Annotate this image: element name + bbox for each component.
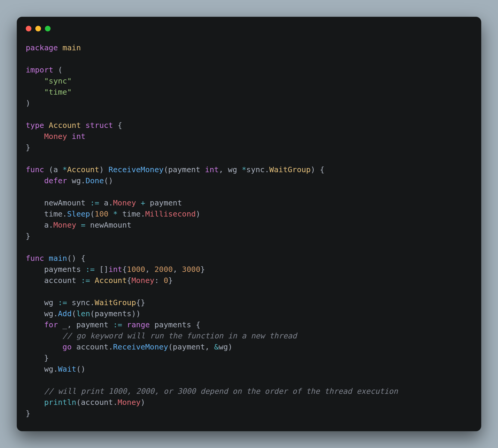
code-token: Millisecond [145,209,196,218]
code-token [26,76,44,85]
code-token [53,298,58,307]
code-token: ) [26,99,30,108]
close-icon[interactable] [26,26,31,31]
minimize-icon[interactable] [35,26,41,31]
code-token: payment [168,165,200,174]
code-token: & [214,342,219,351]
code-line: go account.ReceiveMoney(payment, &wg) [26,342,233,351]
code-line: account := Account{Money: 0} [26,276,173,285]
code-token: wg [219,342,228,351]
code-token: Account [49,121,81,130]
code-line: } [26,231,30,240]
code-token: () [76,364,86,373]
code-token [44,254,48,263]
code-token: , [219,165,228,174]
code-token: payment [173,342,205,351]
code-token: for [44,320,58,329]
code-token: Money [118,398,141,407]
code-token: go [63,342,72,351]
code-token: * [63,165,67,174]
code-token: := [90,198,99,207]
code-token: ( [90,209,95,218]
code-block: package main import ( "sync" "time" ) ty… [26,42,472,419]
code-token: Money [113,198,136,207]
code-token: } [26,409,30,418]
code-token [67,298,72,307]
code-token [26,309,44,318]
code-token: () { [67,254,85,263]
code-token: = [81,220,85,229]
code-token: // will print 1000, 2000, or 3000 depend… [44,387,398,396]
code-token: } [201,265,205,274]
code-line: } [26,409,30,418]
code-token: account [76,342,108,351]
zoom-icon[interactable] [45,26,51,31]
code-token [90,276,95,285]
code-token: 3000 [182,265,200,274]
code-token [200,165,205,174]
code-token [145,198,150,207]
code-token: {} [136,298,145,307]
code-token: . [108,342,113,351]
code-token: package [26,43,58,52]
code-token: := [58,298,67,307]
code-token [122,320,127,329]
code-token: ( [164,165,168,174]
code-token: Account [67,165,99,174]
code-token [26,265,44,274]
code-token: defer [44,176,67,185]
code-token: := [113,320,122,329]
code-token: [] [95,265,108,274]
code-line: for _, payment := range payments { [26,320,201,329]
code-token: account [44,276,76,285]
code-token: . [108,198,113,207]
code-token: 2000 [154,265,173,274]
code-line: time.Sleep(100 * time.Millisecond) [26,209,201,218]
code-line: println(account.Money) [26,398,145,407]
code-token [26,342,63,351]
code-token: () [104,176,113,185]
code-token [81,121,85,130]
code-token: account [81,398,113,407]
code-token: } [26,231,30,240]
code-token: Wait [58,364,76,373]
code-token [150,320,154,329]
code-token: { [113,121,122,130]
code-token: . [63,209,67,218]
code-token: . [53,309,58,318]
code-token: _ [63,320,67,329]
code-token [86,198,90,207]
code-token [26,198,44,207]
code-token [26,209,44,218]
code-token: main [63,43,81,52]
code-token [108,320,113,329]
code-token [58,43,62,52]
code-token [26,320,44,329]
code-token: Money [44,132,67,141]
code-token [26,331,63,340]
code-line: "sync" [26,76,72,85]
code-token: . [53,364,58,373]
code-token: , [145,265,154,274]
code-line: defer wg.Done() [26,176,113,185]
code-token: Sleep [67,209,90,218]
code-line: "time" [26,87,72,96]
code-token: int [108,265,122,274]
code-token: WaitGroup [95,298,136,307]
code-token: Money [53,220,76,229]
code-token: payments [44,265,81,274]
code-token: Done [86,176,104,185]
code-token [108,209,113,218]
code-token: newAmount [44,198,85,207]
code-token: payment [150,198,182,207]
code-token [26,132,44,141]
code-line: Money int [26,132,86,141]
code-token: Account [95,276,127,285]
code-line: // go keyword will run the function in a… [26,331,297,340]
code-token: { [127,276,131,285]
code-line: wg.Wait() [26,364,86,373]
code-token: len [76,309,90,318]
code-token: := [81,276,90,285]
code-token [67,132,72,141]
code-token [67,176,72,185]
